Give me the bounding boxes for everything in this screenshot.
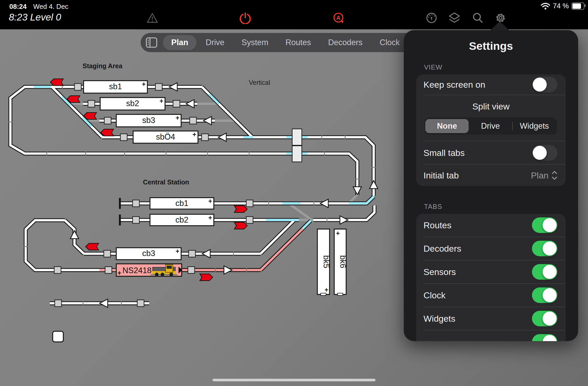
block-bk6-label: bk6 <box>338 255 347 268</box>
auto-mode-icon[interactable]: A <box>332 12 344 24</box>
tabs-card: Routes Decoders Sensors Clock <box>416 214 566 341</box>
split-view-option-drive[interactable]: Drive <box>469 119 512 133</box>
block-sbo4-polarity: + <box>193 131 196 138</box>
block-sb2[interactable]: sb2 + <box>100 97 165 110</box>
block-sbo4-label: sbÖ4 <box>156 132 175 141</box>
decoders-row: Decoders <box>416 237 566 260</box>
block-sb2-polarity: + <box>160 97 163 105</box>
home-indicator[interactable] <box>213 379 375 381</box>
initial-tab-row[interactable]: Initial tab Plan <box>416 165 566 186</box>
routes-toggle-label: Routes <box>423 220 452 230</box>
svg-text:A: A <box>336 15 340 21</box>
plan-square-button[interactable] <box>53 331 63 342</box>
block-cb3-polarity: + <box>176 247 180 255</box>
block-sb3-polarity: + <box>176 114 180 121</box>
block-sbo4[interactable]: sbÖ4 + <box>133 131 198 143</box>
battery-icon <box>571 2 584 10</box>
block-sb2-label: sb2 <box>126 99 139 108</box>
widgets-toggle-label: Widgets <box>423 314 455 324</box>
tab-plan[interactable]: Plan <box>163 35 196 50</box>
clock-row: Clock <box>416 284 566 307</box>
sidebar-icon <box>146 37 157 48</box>
popover-arrow <box>490 21 510 31</box>
chevron-up-down-icon <box>552 170 557 180</box>
clipped-row <box>416 330 566 341</box>
block-sb1-label: sb1 <box>109 82 122 91</box>
settings-popover: Settings VIEW Keep screen on Split view … <box>404 30 578 341</box>
block-ns2418-polarity: + <box>118 269 121 277</box>
routes-toggle[interactable] <box>532 217 557 233</box>
central-station-label: Central Station <box>143 178 189 186</box>
block-sb1[interactable]: sb1 + <box>84 80 147 93</box>
tab-decoders[interactable]: Decoders <box>319 33 371 52</box>
split-view-option-none[interactable]: None <box>425 119 469 133</box>
search-icon[interactable] <box>472 12 484 24</box>
warning-icon[interactable] <box>146 12 158 24</box>
split-view-label: Split view <box>416 95 566 118</box>
widgets-toggle[interactable] <box>532 311 557 326</box>
block-cb1-label: cb1 <box>175 199 188 208</box>
speedometer-icon[interactable] <box>426 12 437 24</box>
view-card: Keep screen on Split view None Drive Wid… <box>416 74 566 186</box>
clock-toggle[interactable] <box>532 287 557 303</box>
block-cb3[interactable]: cb3 + <box>116 247 181 260</box>
widgets-row: Widgets <box>416 307 566 330</box>
fast-clock-label: 8:23 Level 0 <box>9 12 61 23</box>
settings-title: Settings <box>416 38 566 54</box>
status-time: 08:24 <box>9 3 27 11</box>
view-section-header: VIEW <box>424 63 566 71</box>
power-stop-icon[interactable] <box>239 12 251 24</box>
block-ns2418-label: NS2418 <box>122 266 152 275</box>
clipped-toggle[interactable] <box>532 334 557 341</box>
vertical-label: Vertical <box>249 79 270 86</box>
small-tabs-label: Small tabs <box>423 148 465 158</box>
sensors-toggle[interactable] <box>532 264 557 280</box>
clock-toggle-label: Clock <box>423 290 446 300</box>
block-cb2[interactable]: cb2 + <box>150 214 214 226</box>
split-view-option-widgets[interactable]: Widgets <box>513 119 556 133</box>
keep-screen-on-row: Keep screen on <box>416 74 566 95</box>
block-cb3-label: cb3 <box>142 249 155 258</box>
battery-percent: 74 % <box>553 2 569 10</box>
block-bk6-polarity: + <box>336 230 340 237</box>
decoders-toggle-label: Decoders <box>423 244 461 254</box>
initial-tab-value[interactable]: Plan <box>531 170 549 181</box>
block-cb1[interactable]: cb1 + <box>150 197 214 209</box>
sensors-toggle-label: Sensors <box>423 267 456 277</box>
sensors-row: Sensors <box>416 260 566 283</box>
small-tabs-row: Small tabs <box>416 141 566 164</box>
layers-icon[interactable] <box>448 12 460 24</box>
split-view-segmented-control: None Drive Widgets <box>425 118 557 135</box>
tab-system[interactable]: System <box>233 33 277 52</box>
initial-tab-label: Initial tab <box>423 170 459 181</box>
block-cb2-polarity: + <box>208 214 212 221</box>
small-tabs-toggle[interactable] <box>532 145 557 161</box>
tab-routes[interactable]: Routes <box>277 33 319 52</box>
tabs-section-header: TABS <box>424 203 566 211</box>
app-screen: sb1 + sb2 + sb3 + sbÖ4 + cb1 + cb2 + <box>0 0 588 386</box>
block-sb3-label: sb3 <box>142 116 155 125</box>
crossing-bridge[interactable] <box>292 129 302 162</box>
tab-bar: Plan Drive System Routes Decoders Clock <box>141 33 418 52</box>
block-bk5-polarity: + <box>325 286 329 293</box>
decoders-toggle[interactable] <box>532 241 557 256</box>
block-sb3[interactable]: sb3 + <box>116 114 181 127</box>
wifi-icon <box>541 3 550 10</box>
status-date: Wed 4. Dec <box>33 3 68 11</box>
block-cb1-polarity: + <box>208 197 212 205</box>
routes-row: Routes <box>416 214 566 237</box>
block-bk6[interactable]: bk6 + <box>334 229 347 295</box>
block-bk5[interactable]: bk5 + <box>317 229 331 295</box>
staging-area-label: Staging Area <box>83 62 122 70</box>
block-ns2418[interactable]: NS2418 + <box>116 264 182 277</box>
tab-drive[interactable]: Drive <box>197 33 233 52</box>
keep-screen-on-label: Keep screen on <box>423 80 485 90</box>
block-bk5-label: bk5 <box>322 255 331 268</box>
keep-screen-on-toggle[interactable] <box>532 77 557 92</box>
block-cb2-label: cb2 <box>175 215 188 224</box>
sidebar-toggle-button[interactable] <box>141 33 162 52</box>
block-sb1-polarity: + <box>142 80 146 88</box>
tab-clock[interactable]: Clock <box>371 33 408 52</box>
